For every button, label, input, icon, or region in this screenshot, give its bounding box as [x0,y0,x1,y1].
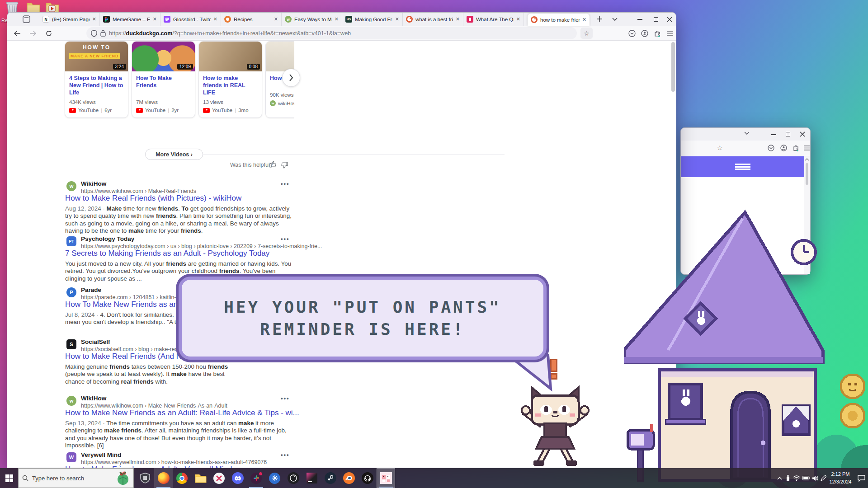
tab-what-are-qualities[interactable]: What Are The Qualities✕ [463,13,524,26]
extensions-puzzle-icon[interactable] [793,145,799,151]
maximize-icon[interactable] [786,132,790,136]
tab-close-icon[interactable]: ✕ [153,16,157,22]
steam-icon[interactable] [321,468,340,488]
chrome-icon[interactable] [173,468,191,488]
tab-close-icon[interactable]: ✕ [213,16,217,22]
videos-next-button[interactable] [282,69,300,87]
tab-close-icon[interactable]: ✕ [456,16,460,22]
maximize-icon[interactable] [649,13,663,25]
tab-list-chevron-icon[interactable] [612,18,618,21]
result-title[interactable]: How to Make Real Friends (And Not [65,352,188,361]
tab-close-icon[interactable]: ✕ [395,16,399,22]
result-site[interactable]: SocialSelf [81,338,110,345]
video-title[interactable]: How to make friends in REAL LIFE [199,71,262,96]
firefox-view-icon[interactable] [23,15,30,23]
jetbrains-icon[interactable] [302,468,321,488]
pocket-icon[interactable] [768,145,774,151]
more-videos-button[interactable]: More Videos › [145,149,203,160]
page-hamburger-icon[interactable] [735,163,750,171]
firefox-icon[interactable] [154,468,173,488]
tab-easy-ways-make-friends[interactable]: w Easy Ways to Make Frie✕ [282,13,342,26]
account-icon[interactable] [780,145,787,151]
discord-icon[interactable] [228,468,247,488]
tab-what-is-best-friend[interactable]: what is a best friend at✕ [403,13,463,26]
result-menu-icon[interactable]: ••• [281,451,290,458]
result-url[interactable]: https://www.wikihow.com › Make-New-Frien… [81,403,227,409]
tab-close-icon[interactable]: ✕ [582,17,586,23]
result-site[interactable]: Psychology Today [81,235,134,242]
tab-close-icon[interactable]: ✕ [92,16,96,22]
close-icon[interactable] [662,13,677,25]
video-thumbnail[interactable]: 0:08 [199,42,262,71]
result-site[interactable]: WikiHow [81,180,106,187]
minimize-icon[interactable] [771,134,776,135]
pixel-pet-app-icon[interactable] [377,468,395,488]
tab-list-chevron-icon[interactable] [744,131,750,135]
tab-close-icon[interactable]: ✕ [274,16,278,22]
obs-icon[interactable] [284,468,302,488]
lock-icon[interactable] [100,30,106,37]
minimize-icon[interactable] [632,13,647,25]
result-menu-icon[interactable]: ••• [281,235,290,242]
result-site[interactable]: Verywell Mind [81,451,121,458]
tab-making-good-friends[interactable]: HG Making Good Friends -✕ [342,13,403,26]
bookmark-star-icon[interactable]: ☆ [580,28,593,39]
tab-glossbird-twitch[interactable]: Glossbird - Twitch✕ [160,13,221,26]
reload-icon[interactable] [42,28,55,39]
result-url[interactable]: https://www.verywellmind.com › how-to-ma… [81,459,267,465]
result-menu-icon[interactable]: ••• [281,395,290,402]
file-explorer-icon[interactable] [191,468,210,488]
wifi-icon[interactable] [792,468,801,488]
result-title[interactable]: How to Make Real Friends (with Pictures)… [65,194,241,203]
result-title[interactable]: How to Make Friends as an Adult - Verywe… [65,465,232,468]
tray-chevron-up-icon[interactable] [775,468,784,488]
video-title[interactable]: 4 Steps to Making a New Friend | How to … [65,71,128,96]
url-bar[interactable]: https://duckduckgo.com/?q=how+to+make+fr… [86,27,577,39]
video-thumbnail[interactable]: 12:09 [132,42,195,71]
result-menu-icon[interactable]: ••• [281,180,290,187]
video-card[interactable]: 0:08 How to make friends in REAL LIFE 13… [198,41,262,118]
thumbs-up-icon[interactable] [269,161,276,168]
notifications-icon[interactable] [856,468,867,488]
account-icon[interactable] [638,28,651,39]
result-url[interactable]: https://www.wikihow.com › Make-Real-Frie… [81,188,196,194]
paint-tool-icon[interactable] [210,468,228,488]
video-thumbnail[interactable]: HOW TO MAKE A NEW FRIEND 3:24 [65,42,128,71]
tray-clock[interactable]: 2:12 PM 12/3/2024 [826,470,854,485]
tab-close-icon[interactable]: ✕ [516,16,520,22]
extensions-puzzle-icon[interactable] [651,28,663,39]
forward-icon[interactable] [27,28,39,39]
back-icon[interactable] [11,28,23,39]
result-url[interactable]: https://www.psychologytoday.com › us › b… [81,243,322,249]
menu-hamburger-icon[interactable] [664,28,676,39]
folder-media-icon[interactable] [45,1,60,14]
folder-icon[interactable] [26,1,41,14]
tab-close-icon[interactable]: ✕ [335,16,339,22]
tab-memegame-figma[interactable]: MemeGame – Figma✕ [100,13,160,26]
news-widget-icon[interactable] [116,470,130,486]
slack-icon[interactable] [247,468,265,488]
tab-recipes[interactable]: Recipes✕ [221,13,282,26]
result-title[interactable]: 7 Secrets to Making Friends as an Adult … [65,249,269,258]
start-button[interactable] [0,468,19,488]
new-tab-icon[interactable] [596,16,603,22]
volume-icon[interactable] [811,468,820,488]
result-site[interactable]: WikiHow [81,395,106,402]
video-card[interactable]: HOW TO MAKE A NEW FRIEND 3:24 4 Steps to… [65,41,128,118]
thumbs-down-icon[interactable] [281,162,288,169]
tab-active-how-to-make-friends[interactable]: how to make friends in✕ [528,14,590,26]
video-card[interactable]: 12:09 How To Make Friends 7M views YouTu… [132,41,195,118]
github-icon[interactable] [358,468,377,488]
page-scrollbar[interactable] [671,42,675,92]
taskbar-search-input[interactable]: Type here to search [18,468,134,488]
result-site[interactable]: Parade [81,286,101,293]
close-icon[interactable] [800,131,805,137]
result-title[interactable]: How to Make New Friends as an Adult: Rea… [65,408,299,418]
video-thumbnail[interactable] [266,42,294,71]
gog-shield-icon[interactable] [136,468,154,488]
battery-icon[interactable] [801,468,811,488]
tracking-shield-icon[interactable] [91,30,97,37]
video-title[interactable]: How To Make Friends [132,71,195,89]
usb-icon[interactable] [784,468,792,488]
menu-hamburger-icon[interactable] [804,145,810,150]
